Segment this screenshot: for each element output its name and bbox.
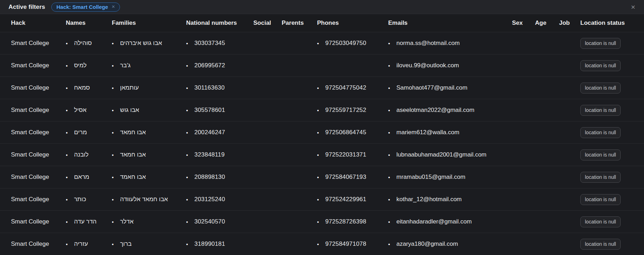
bullet-icon: • — [112, 40, 114, 46]
bullet-icon: • — [186, 219, 188, 225]
cell-national-number: •208898130 — [186, 174, 253, 181]
cell-phone: •972506864745 — [317, 129, 388, 136]
column-header-families[interactable]: Families — [112, 19, 186, 27]
table-row[interactable]: Smart College •למיס •ג'בר •206995672 • •… — [0, 55, 644, 77]
bullet-icon: • — [186, 197, 188, 203]
bullet-icon: • — [112, 241, 114, 247]
bullet-icon: • — [317, 85, 319, 91]
cell-hack: Smart College — [11, 151, 66, 158]
cell-family: •ג'בר — [112, 62, 186, 69]
table-row[interactable]: Smart College •סוהילה •אבו גוש איברהים •… — [0, 32, 644, 55]
cell-name: •הדר עדה — [66, 218, 112, 225]
cell-location-status: location is null — [580, 38, 638, 49]
table-row[interactable]: Smart College •הדר עדה •אדלר •302540570 … — [0, 211, 644, 233]
cell-email: •Samohaot477@gmail.com — [388, 84, 512, 91]
bullet-icon: • — [317, 241, 319, 247]
cell-email: •eitanhadaradler@gmail.com — [388, 218, 512, 225]
bullet-icon: • — [112, 219, 114, 225]
cell-hack: Smart College — [11, 240, 66, 248]
cell-phone: •972504775042 — [317, 84, 388, 91]
cell-hack: Smart College — [11, 40, 66, 47]
bullet-icon: • — [388, 174, 390, 180]
column-header-parents[interactable]: Parents — [282, 19, 317, 27]
cell-phone: •972522031371 — [317, 151, 388, 158]
table-row[interactable]: Smart College •לובנה •אבו חמאד •32384811… — [0, 144, 644, 166]
cell-phone: •972559717252 — [317, 107, 388, 114]
bullet-icon: • — [388, 85, 390, 91]
bullet-icon: • — [112, 152, 114, 158]
cell-phone: •972584067193 — [317, 174, 388, 181]
bullet-icon: • — [66, 219, 68, 225]
cell-hack: Smart College — [11, 84, 66, 91]
cell-family: •אבו גוש איברהים — [112, 40, 186, 47]
cell-location-status: location is null — [580, 194, 638, 205]
location-status-badge: location is null — [580, 239, 621, 250]
table-row[interactable]: Smart College •אסיל •אבו גוש •305578601 … — [0, 99, 644, 121]
bullet-icon: • — [388, 107, 390, 113]
filter-chip-hack-smart-college[interactable]: Hack: Smart College ✕ — [51, 2, 120, 12]
column-header-social[interactable]: Social — [253, 19, 282, 27]
table-row[interactable]: Smart College •מראם •אבו חאמד •208898130… — [0, 166, 644, 188]
bullet-icon: • — [66, 152, 68, 158]
bullet-icon: • — [66, 63, 68, 69]
table-row[interactable]: Smart College •עזריה •ברוך •318990181 • … — [0, 233, 644, 255]
location-status-badge: location is null — [580, 127, 621, 138]
bullet-icon: • — [186, 85, 188, 91]
active-filters-bar: Active filters Hack: Smart College ✕ ✕ — [0, 0, 644, 14]
cell-phone: •972524229961 — [317, 196, 388, 203]
cell-national-number: •203125240 — [186, 196, 253, 203]
cell-family: •אדלר — [112, 218, 186, 225]
cell-name: •למיס — [66, 62, 112, 69]
cell-family: •אבו גוש — [112, 107, 186, 114]
cell-location-status: location is null — [580, 149, 638, 160]
cell-name: •לובנה — [66, 151, 112, 158]
cell-name: •כותר — [66, 196, 112, 203]
bullet-icon: • — [388, 63, 390, 69]
bullet-icon: • — [388, 241, 390, 247]
cell-location-status: location is null — [580, 216, 638, 227]
column-header-location-status[interactable]: Location status — [580, 19, 638, 27]
column-header-sex[interactable]: Sex — [512, 19, 535, 27]
cell-national-number: •318990181 — [186, 240, 253, 248]
cell-email: •norma.ss@hotmail.com — [388, 40, 512, 47]
table-row[interactable]: Smart College •כותר •אבו חמאד אלעוודה •2… — [0, 188, 644, 211]
chip-remove-icon[interactable]: ✕ — [111, 5, 115, 9]
cell-name: •סמאח — [66, 84, 112, 91]
table-row[interactable]: Smart College •מרים •אבו חמאד •200246247… — [0, 121, 644, 144]
column-header-phones[interactable]: Phones — [317, 19, 388, 27]
bullet-icon: • — [317, 152, 319, 158]
bullet-icon: • — [66, 85, 68, 91]
cell-location-status: location is null — [580, 239, 638, 250]
bullet-icon: • — [388, 197, 390, 203]
bullet-icon: • — [186, 107, 188, 113]
bullet-icon: • — [317, 219, 319, 225]
bullet-icon: • — [66, 40, 68, 46]
bullet-icon: • — [66, 107, 68, 113]
cell-national-number: •200246247 — [186, 129, 253, 136]
column-header-national-numbers[interactable]: National numbers — [186, 19, 253, 27]
close-icon[interactable]: ✕ — [631, 4, 636, 10]
bullet-icon: • — [66, 197, 68, 203]
cell-family: •ברוך — [112, 240, 186, 248]
column-header-age[interactable]: Age — [535, 19, 559, 27]
cell-family: •אבו חאמד — [112, 174, 186, 181]
bullet-icon: • — [186, 152, 188, 158]
cell-national-number: •301163630 — [186, 84, 253, 91]
cell-national-number: •303037345 — [186, 40, 253, 47]
bullet-icon: • — [66, 174, 68, 180]
cell-hack: Smart College — [11, 62, 66, 69]
column-header-emails[interactable]: Emails — [388, 19, 512, 27]
location-status-badge: location is null — [580, 60, 621, 71]
bullet-icon: • — [317, 107, 319, 113]
column-header-job[interactable]: Job — [559, 19, 580, 27]
bullet-icon: • — [317, 40, 319, 46]
table-row[interactable]: Smart College •סמאח •עותמאן •301163630 •… — [0, 77, 644, 99]
column-header-names[interactable]: Names — [66, 19, 112, 27]
location-status-badge: location is null — [580, 149, 621, 160]
cell-hack: Smart College — [11, 218, 66, 225]
location-status-badge: location is null — [580, 38, 621, 49]
table-body: Smart College •סוהילה •אבו גוש איברהים •… — [0, 32, 644, 255]
cell-phone: •972584971078 — [317, 240, 388, 248]
column-header-hack[interactable]: Hack — [11, 19, 66, 27]
cell-name: •מרים — [66, 129, 112, 136]
